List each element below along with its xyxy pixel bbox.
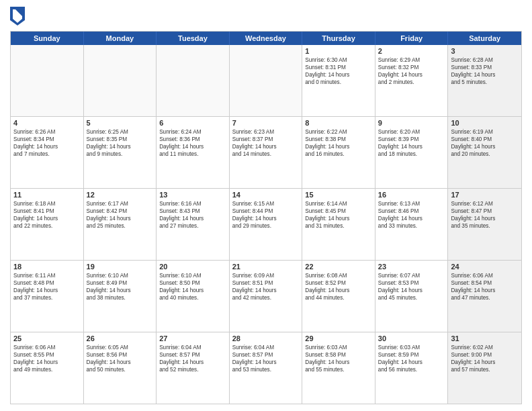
calendar-cell: 11Sunrise: 6:18 AM Sunset: 8:41 PM Dayli… — [11, 189, 84, 260]
cell-info: Sunrise: 6:20 AM Sunset: 8:39 PM Dayligh… — [378, 128, 445, 158]
cell-info: Sunrise: 6:04 AM Sunset: 8:57 PM Dayligh… — [159, 344, 226, 373]
calendar-cell: 31Sunrise: 6:02 AM Sunset: 9:00 PM Dayli… — [448, 332, 521, 404]
calendar-week: 4Sunrise: 6:26 AM Sunset: 8:34 PM Daylig… — [11, 117, 521, 189]
calendar-cell: 29Sunrise: 6:03 AM Sunset: 8:58 PM Dayli… — [302, 332, 375, 404]
cell-info: Sunrise: 6:19 AM Sunset: 8:40 PM Dayligh… — [451, 128, 519, 158]
day-number: 23 — [378, 263, 445, 271]
calendar-header-day: Thursday — [302, 32, 375, 45]
cell-info: Sunrise: 6:14 AM Sunset: 8:45 PM Dayligh… — [305, 200, 372, 230]
day-number: 6 — [159, 119, 226, 127]
calendar-cell: 4Sunrise: 6:26 AM Sunset: 8:34 PM Daylig… — [11, 117, 84, 188]
day-number: 20 — [159, 263, 226, 271]
cell-info: Sunrise: 6:25 AM Sunset: 8:35 PM Dayligh… — [87, 128, 154, 158]
calendar-cell: 1Sunrise: 6:30 AM Sunset: 8:31 PM Daylig… — [302, 45, 375, 116]
calendar-cell: 27Sunrise: 6:04 AM Sunset: 8:57 PM Dayli… — [157, 332, 230, 404]
day-number: 8 — [305, 119, 372, 127]
calendar-header: SundayMondayTuesdayWednesdayThursdayFrid… — [11, 32, 521, 45]
calendar: SundayMondayTuesdayWednesdayThursdayFrid… — [10, 31, 522, 404]
calendar-cell: 19Sunrise: 6:10 AM Sunset: 8:49 PM Dayli… — [84, 261, 157, 332]
calendar-cell: 12Sunrise: 6:17 AM Sunset: 8:42 PM Dayli… — [84, 189, 157, 260]
cell-info: Sunrise: 6:29 AM Sunset: 8:32 PM Dayligh… — [378, 56, 445, 86]
cell-info: Sunrise: 6:26 AM Sunset: 8:34 PM Dayligh… — [13, 128, 81, 158]
page: SundayMondayTuesdayWednesdayThursdayFrid… — [0, 0, 532, 411]
calendar-cell: 8Sunrise: 6:22 AM Sunset: 8:38 PM Daylig… — [302, 117, 375, 188]
calendar-cell: 26Sunrise: 6:05 AM Sunset: 8:56 PM Dayli… — [84, 332, 157, 404]
calendar-header-day: Sunday — [11, 32, 84, 45]
calendar-cell: 10Sunrise: 6:19 AM Sunset: 8:40 PM Dayli… — [448, 117, 521, 188]
cell-info: Sunrise: 6:08 AM Sunset: 8:52 PM Dayligh… — [305, 272, 372, 302]
calendar-cell — [157, 45, 230, 116]
calendar-header-day: Friday — [375, 32, 449, 45]
day-number: 4 — [13, 119, 81, 127]
day-number: 12 — [87, 191, 154, 199]
cell-info: Sunrise: 6:05 AM Sunset: 8:56 PM Dayligh… — [87, 344, 154, 373]
day-number: 2 — [378, 47, 445, 55]
calendar-week: 11Sunrise: 6:18 AM Sunset: 8:41 PM Dayli… — [11, 189, 521, 261]
calendar-cell: 15Sunrise: 6:14 AM Sunset: 8:45 PM Dayli… — [302, 189, 375, 260]
day-number: 21 — [232, 263, 300, 271]
calendar-cell: 22Sunrise: 6:08 AM Sunset: 8:52 PM Dayli… — [302, 261, 375, 332]
calendar-cell: 23Sunrise: 6:07 AM Sunset: 8:53 PM Dayli… — [375, 261, 449, 332]
calendar-week: 25Sunrise: 6:06 AM Sunset: 8:55 PM Dayli… — [11, 332, 521, 404]
calendar-cell — [11, 45, 84, 116]
calendar-header-day: Saturday — [448, 32, 521, 45]
cell-info: Sunrise: 6:16 AM Sunset: 8:43 PM Dayligh… — [159, 200, 226, 230]
cell-info: Sunrise: 6:22 AM Sunset: 8:38 PM Dayligh… — [305, 128, 372, 158]
day-number: 30 — [378, 334, 445, 342]
header — [10, 7, 522, 26]
day-number: 31 — [451, 334, 519, 342]
calendar-cell — [84, 45, 157, 116]
day-number: 26 — [87, 334, 154, 342]
calendar-cell: 3Sunrise: 6:28 AM Sunset: 8:33 PM Daylig… — [448, 45, 521, 116]
calendar-cell: 20Sunrise: 6:10 AM Sunset: 8:50 PM Dayli… — [157, 261, 230, 332]
cell-info: Sunrise: 6:24 AM Sunset: 8:36 PM Dayligh… — [159, 128, 226, 158]
cell-info: Sunrise: 6:03 AM Sunset: 8:59 PM Dayligh… — [378, 344, 445, 373]
day-number: 17 — [451, 191, 519, 199]
day-number: 15 — [305, 191, 372, 199]
calendar-cell: 16Sunrise: 6:13 AM Sunset: 8:46 PM Dayli… — [375, 189, 449, 260]
cell-info: Sunrise: 6:11 AM Sunset: 8:48 PM Dayligh… — [13, 272, 81, 302]
cell-info: Sunrise: 6:03 AM Sunset: 8:58 PM Dayligh… — [305, 344, 372, 373]
day-number: 27 — [159, 334, 226, 342]
cell-info: Sunrise: 6:18 AM Sunset: 8:41 PM Dayligh… — [13, 200, 81, 230]
day-number: 13 — [159, 191, 226, 199]
cell-info: Sunrise: 6:02 AM Sunset: 9:00 PM Dayligh… — [451, 344, 519, 373]
day-number: 29 — [305, 334, 372, 342]
calendar-week: 18Sunrise: 6:11 AM Sunset: 8:48 PM Dayli… — [11, 261, 521, 332]
cell-info: Sunrise: 6:23 AM Sunset: 8:37 PM Dayligh… — [232, 128, 300, 158]
cell-info: Sunrise: 6:04 AM Sunset: 8:57 PM Dayligh… — [232, 344, 300, 373]
calendar-cell: 28Sunrise: 6:04 AM Sunset: 8:57 PM Dayli… — [230, 332, 303, 404]
cell-info: Sunrise: 6:17 AM Sunset: 8:42 PM Dayligh… — [87, 200, 154, 230]
calendar-header-day: Tuesday — [157, 32, 230, 45]
day-number: 5 — [87, 119, 154, 127]
cell-info: Sunrise: 6:13 AM Sunset: 8:46 PM Dayligh… — [378, 200, 445, 230]
calendar-cell: 6Sunrise: 6:24 AM Sunset: 8:36 PM Daylig… — [157, 117, 230, 188]
calendar-cell: 21Sunrise: 6:09 AM Sunset: 8:51 PM Dayli… — [230, 261, 303, 332]
calendar-cell: 30Sunrise: 6:03 AM Sunset: 8:59 PM Dayli… — [375, 332, 449, 404]
cell-info: Sunrise: 6:06 AM Sunset: 8:55 PM Dayligh… — [13, 344, 81, 373]
day-number: 19 — [87, 263, 154, 271]
day-number: 28 — [232, 334, 300, 342]
cell-info: Sunrise: 6:12 AM Sunset: 8:47 PM Dayligh… — [451, 200, 519, 230]
cell-info: Sunrise: 6:10 AM Sunset: 8:50 PM Dayligh… — [159, 272, 226, 302]
calendar-cell: 13Sunrise: 6:16 AM Sunset: 8:43 PM Dayli… — [157, 189, 230, 260]
calendar-body: 1Sunrise: 6:30 AM Sunset: 8:31 PM Daylig… — [11, 45, 521, 404]
calendar-cell: 24Sunrise: 6:06 AM Sunset: 8:54 PM Dayli… — [448, 261, 521, 332]
calendar-cell — [230, 45, 303, 116]
calendar-cell: 7Sunrise: 6:23 AM Sunset: 8:37 PM Daylig… — [230, 117, 303, 188]
calendar-week: 1Sunrise: 6:30 AM Sunset: 8:31 PM Daylig… — [11, 45, 521, 117]
day-number: 10 — [451, 119, 519, 127]
cell-info: Sunrise: 6:07 AM Sunset: 8:53 PM Dayligh… — [378, 272, 445, 302]
calendar-cell: 18Sunrise: 6:11 AM Sunset: 8:48 PM Dayli… — [11, 261, 84, 332]
day-number: 9 — [378, 119, 445, 127]
day-number: 7 — [232, 119, 300, 127]
calendar-cell: 17Sunrise: 6:12 AM Sunset: 8:47 PM Dayli… — [448, 189, 521, 260]
cell-info: Sunrise: 6:30 AM Sunset: 8:31 PM Dayligh… — [305, 56, 372, 86]
calendar-cell: 14Sunrise: 6:15 AM Sunset: 8:44 PM Dayli… — [230, 189, 303, 260]
logo — [10, 7, 28, 26]
logo-icon — [10, 7, 25, 26]
day-number: 1 — [305, 47, 372, 55]
calendar-cell: 9Sunrise: 6:20 AM Sunset: 8:39 PM Daylig… — [375, 117, 449, 188]
calendar-cell: 2Sunrise: 6:29 AM Sunset: 8:32 PM Daylig… — [375, 45, 449, 116]
calendar-header-day: Wednesday — [230, 32, 303, 45]
